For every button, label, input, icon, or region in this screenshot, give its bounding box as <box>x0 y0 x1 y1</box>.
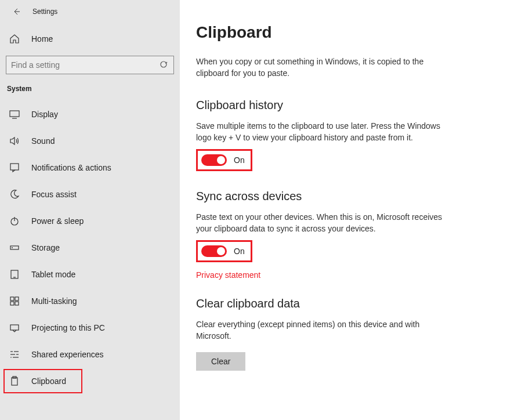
sidebar: Settings Home System Display Sound Notif… <box>0 0 180 420</box>
sync-toggle[interactable] <box>201 245 227 257</box>
sidebar-item-projecting[interactable]: Projecting to this PC <box>0 314 180 341</box>
header-row: Settings <box>0 6 180 28</box>
search-icon <box>160 60 169 70</box>
sidebar-item-label: Display <box>31 110 58 119</box>
sync-toggle-highlight: On <box>196 240 252 262</box>
svg-rect-22 <box>12 378 17 385</box>
sidebar-item-label: Sound <box>31 136 55 146</box>
sync-title: Sync across devices <box>196 190 501 203</box>
sidebar-item-label: Clipboard <box>31 376 66 386</box>
svg-rect-15 <box>10 325 19 330</box>
svg-rect-4 <box>10 164 19 170</box>
app-title: Settings <box>32 8 57 16</box>
sidebar-item-label: Multi-tasking <box>31 296 77 306</box>
toggle-knob <box>217 247 225 255</box>
history-toggle-highlight: On <box>196 149 252 171</box>
sidebar-item-tablet[interactable]: Tablet mode <box>0 261 180 288</box>
history-toggle-label: On <box>234 155 245 165</box>
privacy-link[interactable]: Privacy statement <box>196 270 501 280</box>
sync-description: Paste text on your other devices. When t… <box>196 211 445 234</box>
history-description: Save multiple items to the clipboard to … <box>196 120 445 143</box>
notifications-icon <box>9 162 20 173</box>
sidebar-item-label: Projecting to this PC <box>31 323 105 332</box>
clipboard-icon <box>9 376 20 386</box>
clear-button[interactable]: Clear <box>196 352 245 371</box>
svg-rect-13 <box>10 302 14 305</box>
sidebar-item-display[interactable]: Display <box>0 101 180 128</box>
home-icon <box>9 34 20 44</box>
sidebar-item-label: Storage <box>31 243 60 252</box>
main-content: Clipboard When you copy or cut something… <box>180 0 518 420</box>
clear-description: Clear everything (except pinned items) o… <box>196 318 445 342</box>
home-label: Home <box>31 34 53 44</box>
sound-icon <box>9 136 20 146</box>
tablet-icon <box>9 269 20 280</box>
search-box[interactable] <box>6 56 174 74</box>
clear-title: Clear clipboard data <box>196 297 501 310</box>
search-input[interactable] <box>11 60 160 70</box>
sidebar-item-notifications[interactable]: Notifications & actions <box>0 154 180 181</box>
sidebar-item-label: Shared experiences <box>31 350 104 359</box>
shared-icon <box>9 349 20 360</box>
back-button[interactable] <box>10 6 22 17</box>
svg-point-8 <box>12 247 13 248</box>
power-icon <box>9 216 20 226</box>
sidebar-item-clipboard[interactable]: Clipboard <box>3 369 82 393</box>
sidebar-item-storage[interactable]: Storage <box>0 234 180 261</box>
history-title: Clipboard history <box>196 99 501 112</box>
moon-icon <box>9 189 20 200</box>
arrow-left-icon <box>12 8 20 16</box>
sidebar-item-label: Focus assist <box>31 190 77 199</box>
history-toggle-row: On <box>196 149 501 171</box>
sidebar-item-label: Tablet mode <box>31 270 75 279</box>
section-label: System <box>0 85 180 101</box>
page-description: When you copy or cut something in Window… <box>196 56 445 79</box>
monitor-icon <box>9 109 20 120</box>
sidebar-item-home[interactable]: Home <box>0 28 180 50</box>
sidebar-item-multitasking[interactable]: Multi-tasking <box>0 288 180 314</box>
sidebar-item-focus-assist[interactable]: Focus assist <box>0 181 180 208</box>
sidebar-item-power[interactable]: Power & sleep <box>0 208 180 234</box>
sync-toggle-label: On <box>234 247 245 256</box>
page-title: Clipboard <box>196 23 501 42</box>
sidebar-item-label: Power & sleep <box>31 216 84 226</box>
svg-rect-14 <box>15 302 19 305</box>
storage-icon <box>9 242 20 253</box>
svg-point-0 <box>161 61 166 67</box>
sidebar-item-shared[interactable]: Shared experiences <box>0 341 180 368</box>
sidebar-item-sound[interactable]: Sound <box>0 128 180 154</box>
sidebar-item-label: Notifications & actions <box>31 163 111 172</box>
projecting-icon <box>9 323 20 333</box>
history-toggle[interactable] <box>201 154 227 166</box>
sync-toggle-row: On <box>196 240 501 262</box>
toggle-knob <box>217 156 225 164</box>
svg-rect-2 <box>10 111 19 117</box>
svg-rect-12 <box>15 297 19 300</box>
multitasking-icon <box>9 296 20 306</box>
svg-rect-11 <box>10 297 14 300</box>
